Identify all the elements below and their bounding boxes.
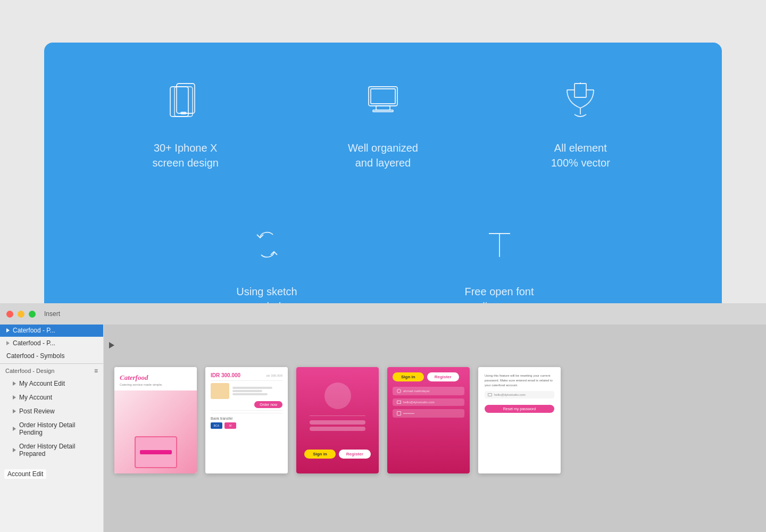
nav-label-account-edit: My Account Edit [19,380,65,387]
password-field: •••••••••• [403,412,414,415]
nav-label-post-review: Post Review [19,408,55,415]
caterfood-logo-text: Caterfood [120,373,192,382]
page-label-symbols: Caterfood - Symbols [6,352,64,360]
reset-email-text: hello@dytsstudio.com [494,393,526,396]
thumb-content-2: IDR 300.000 .idr 300.000 Order now [205,367,288,473]
close-button[interactable] [6,311,13,318]
username-field: ahmad mathidayat [403,389,429,393]
sidebar-page-caterfood-p2[interactable]: Caterfood - P... [0,337,103,350]
svg-rect-8 [574,84,586,97]
thumb-content-1: Caterfood Catering service made simple. [114,367,197,473]
sidebar-item-post-review[interactable]: Post Review [0,404,103,418]
caterfood-tagline: Catering service made simple. [120,383,192,386]
play-icon [109,342,114,348]
nav-label-order-prepared: Order History Detail Prepared [19,443,97,458]
svg-rect-5 [371,89,395,104]
feature-font: Free open fontlicence [383,218,615,314]
sidebar: Pages Caterfood - P... Caterfood - P... … [0,311,104,532]
sidebar-page-caterfood-p1[interactable]: Caterfood - P... [0,324,103,337]
nav-expand-icon-2 [13,395,16,400]
thumbnail-order-form[interactable]: IDR 300.000 .idr 300.000 Order now [205,367,288,473]
signin-btn-1[interactable]: Sign in [304,450,336,459]
thumb-content-4: Sign in Register ahmad mathidayat hello@… [387,367,470,473]
nav-label-account: My Account [19,394,52,401]
register-btn-2[interactable]: Register [427,372,459,381]
reset-description: Using this feature will be resetting you… [485,373,554,388]
feature-sketch: Using sketchsymbols [151,218,383,314]
food-image-placeholder [211,383,229,399]
maximize-button[interactable] [29,311,36,318]
svg-rect-6 [376,106,390,110]
phone-icon [159,74,212,128]
feature-iphone-label: 30+ Iphone Xscreen design [152,140,219,170]
feature-iphone-screens: 30+ Iphone Xscreen design [87,74,284,170]
content-area: Caterfood Catering service made simple. … [104,309,766,532]
payment-label: Bank transfer [211,417,282,420]
page-label-1: Caterfood - P... [13,327,55,334]
sidebar-item-order-prepared[interactable]: Order History Detail Prepared [0,439,103,461]
sidebar-item-my-account-edit[interactable]: My Account Edit [0,377,103,390]
thumbnail-signin-1[interactable]: Sign in Register [296,367,379,473]
mandiri-logo: M [224,422,236,429]
nav-label-order-pending: Order History Detail Pending [19,421,97,436]
price-label: IDR 300.000 [211,372,240,378]
layers-icon [356,74,410,128]
register-btn-1[interactable]: Register [339,450,371,459]
svg-rect-4 [369,87,397,106]
feature-organized-label: Well organizedand layered [348,140,418,170]
vector-icon [554,74,607,128]
email-field: hello@dytsstudio.com [403,401,435,404]
reset-password-btn[interactable]: Reset my password [485,405,554,413]
expand-icon [6,328,10,332]
nav-expand-icon-1 [13,381,16,386]
thumbnail-caterfood-main[interactable]: Caterfood Catering service made simple. [114,367,197,473]
reset-email-row: hello@dytsstudio.com [485,391,554,398]
thumb-content-5: Using this feature will be resetting you… [478,367,561,473]
account-edit-label: Account Edit [4,469,46,479]
feature-vector-label: All element100% vector [551,140,610,170]
feature-row-1: 30+ Iphone Xscreen design Well organized… [87,74,679,218]
email-icon [488,393,492,396]
thumbnail-reset-password[interactable]: Using this feature will be resetting you… [478,367,561,473]
signin-btn-2[interactable]: Sign in [393,372,424,381]
feature-organized: Well organizedand layered [284,74,481,170]
feature-vector: All element100% vector [482,74,679,170]
nav-expand-icon-3 [13,409,16,413]
expand-icon-2 [6,341,10,345]
insert-label[interactable]: Insert [44,310,60,318]
thumbnail-signin-2[interactable]: Sign in Register ahmad mathidayat hello@… [387,367,470,473]
sidebar-item-my-account[interactable]: My Account [0,390,103,404]
thumb-content-3: Sign in Register [296,367,379,473]
page-label-2: Caterfood - P... [13,339,55,347]
design-section-icon: ≡ [94,367,98,375]
font-icon [473,218,526,271]
nav-expand-icon-5 [13,448,16,452]
sidebar-page-symbols[interactable]: Caterfood - Symbols [0,350,103,362]
minimize-button[interactable] [18,311,24,318]
nav-expand-icon-4 [13,427,16,431]
design-section-header: Caterfood - Design ≡ [0,365,103,377]
svg-rect-7 [373,110,393,112]
bca-logo: BCA [211,422,222,429]
price-alt: .idr 300.000 [265,374,282,377]
sidebar-item-order-pending[interactable]: Order History Detail Pending [0,418,103,439]
order-now-btn[interactable]: Order now [254,401,282,408]
sketch-icon [240,218,294,271]
mac-titlebar: Insert [0,303,766,325]
play-button[interactable] [106,339,118,351]
design-section-label: Caterfood - Design [5,368,54,374]
